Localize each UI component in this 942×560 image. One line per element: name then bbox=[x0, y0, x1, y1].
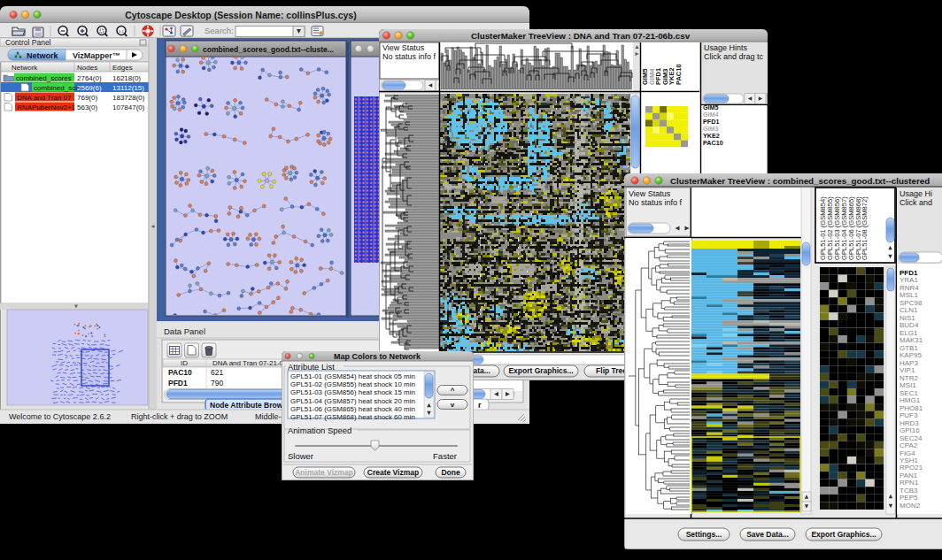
svg-text:Network: Network bbox=[27, 51, 59, 60]
svg-text:Click and: Click and bbox=[900, 198, 932, 207]
svg-text:Click and drag tc: Click and drag tc bbox=[704, 52, 764, 61]
svg-text:Usage Hi: Usage Hi bbox=[900, 189, 932, 198]
svg-text:v: v bbox=[451, 401, 455, 409]
svg-text:769(0): 769(0) bbox=[77, 94, 97, 102]
svg-text:Node Attribute Brows: Node Attribute Brows bbox=[210, 401, 287, 410]
svg-text:790: 790 bbox=[211, 379, 223, 387]
svg-text:Control Panel: Control Panel bbox=[5, 38, 51, 47]
svg-text:Animate Vizmap: Animate Vizmap bbox=[295, 468, 353, 477]
svg-text:View Status: View Status bbox=[629, 189, 671, 198]
svg-text:GPL51-03 (GSM856) heat shock 1: GPL51-03 (GSM856) heat shock 15 min bbox=[290, 388, 415, 396]
svg-text:RNAPuberNov2+1: RNAPuberNov2+1 bbox=[17, 104, 76, 111]
svg-text:2764(0): 2764(0) bbox=[77, 74, 102, 82]
svg-text:PAC10: PAC10 bbox=[168, 368, 192, 377]
svg-text:Animation Speed: Animation Speed bbox=[288, 426, 351, 435]
svg-text:DNA and Tran 07: DNA and Tran 07 bbox=[17, 94, 72, 102]
svg-text:DNA and Tran 07-21-06b: DNA and Tran 07-21-06b bbox=[212, 359, 291, 367]
svg-text:GPL51-08 (GSM872): GPL51-08 (GSM872) bbox=[861, 196, 869, 260]
svg-text:View Status: View Status bbox=[382, 43, 425, 52]
svg-text:Usage Hints: Usage Hints bbox=[704, 43, 748, 52]
svg-text:GPL51-01 (GSM854) heat shock 0: GPL51-01 (GSM854) heat shock 05 min bbox=[290, 372, 415, 380]
svg-text:Export Graphics...: Export Graphics... bbox=[508, 366, 573, 375]
svg-text:GPL51-04 (GSM857) heat shock 2: GPL51-04 (GSM857) heat shock 20 min bbox=[290, 397, 415, 405]
svg-text:No status info f: No status info f bbox=[382, 52, 436, 61]
svg-text:ClusterMaker TreeView : DNA an: ClusterMaker TreeView : DNA and Tran 07-… bbox=[471, 31, 691, 41]
svg-text:183728(0): 183728(0) bbox=[112, 94, 145, 102]
svg-text:ID: ID bbox=[181, 359, 188, 367]
svg-text:Search:: Search: bbox=[205, 26, 234, 35]
svg-text:VizMapper™: VizMapper™ bbox=[73, 51, 120, 60]
svg-text:Slower: Slower bbox=[288, 451, 313, 461]
svg-text:PAC10: PAC10 bbox=[703, 139, 723, 147]
svg-text:combined_scores_good.txt--clus: combined_scores_good.txt--cluste... bbox=[203, 45, 334, 54]
svg-text:Welcome to Cytoscape 2.6.2: Welcome to Cytoscape 2.6.2 bbox=[9, 412, 111, 421]
svg-text:Cytoscape Desktop (Session Nam: Cytoscape Desktop (Session Name: collins… bbox=[125, 10, 356, 20]
svg-text:Export Graphics...: Export Graphics... bbox=[811, 530, 876, 539]
svg-text:r: r bbox=[478, 401, 482, 410]
svg-text:Right-click + drag to ZOOM: Right-click + drag to ZOOM bbox=[131, 412, 228, 421]
svg-text:Network: Network bbox=[12, 64, 38, 72]
svg-text:Nodes: Nodes bbox=[77, 64, 97, 72]
svg-text:Done: Done bbox=[441, 468, 460, 477]
svg-text:1:1: 1:1 bbox=[119, 29, 124, 34]
svg-text:Create Vizmap: Create Vizmap bbox=[367, 468, 419, 477]
svg-text:GPL51-06 (GSM865) heat shock 4: GPL51-06 (GSM865) heat shock 40 min bbox=[290, 405, 415, 413]
svg-text:2569(6): 2569(6) bbox=[77, 84, 102, 92]
svg-text:Edges: Edges bbox=[112, 64, 133, 72]
svg-text:Faster: Faster bbox=[433, 451, 457, 461]
svg-text:13112(15): 13112(15) bbox=[112, 84, 144, 92]
svg-text:PAC10: PAC10 bbox=[675, 64, 683, 85]
svg-text:PFD1: PFD1 bbox=[168, 379, 188, 387]
svg-text:ClusterMaker TreeView : combin: ClusterMaker TreeView : combined_scores_… bbox=[670, 176, 930, 186]
svg-text:Attribute List: Attribute List bbox=[288, 362, 335, 372]
svg-text:Data Panel: Data Panel bbox=[164, 326, 205, 336]
svg-text:combined_scores: combined_scores bbox=[16, 74, 72, 82]
svg-text:16218(0): 16218(0) bbox=[112, 74, 141, 82]
svg-text:No status info f: No status info f bbox=[629, 198, 683, 207]
svg-text:MON2: MON2 bbox=[900, 502, 921, 510]
svg-text:GPL51-02 (GSM855) heat shock 1: GPL51-02 (GSM855) heat shock 10 min bbox=[290, 380, 415, 388]
svg-text:621: 621 bbox=[211, 368, 223, 377]
svg-text:Settings...: Settings... bbox=[686, 530, 722, 539]
svg-text:GPL51-07 (GSM868) heat shock 6: GPL51-07 (GSM868) heat shock 60 min bbox=[290, 413, 415, 421]
svg-text:563(0): 563(0) bbox=[77, 104, 97, 111]
svg-text:Map Colors to Network: Map Colors to Network bbox=[334, 352, 421, 361]
svg-text:107847(0): 107847(0) bbox=[112, 104, 145, 111]
svg-text:combined_sco: combined_sco bbox=[34, 84, 80, 92]
svg-text:Save Data...: Save Data... bbox=[746, 530, 789, 539]
svg-text:^: ^ bbox=[451, 387, 455, 395]
